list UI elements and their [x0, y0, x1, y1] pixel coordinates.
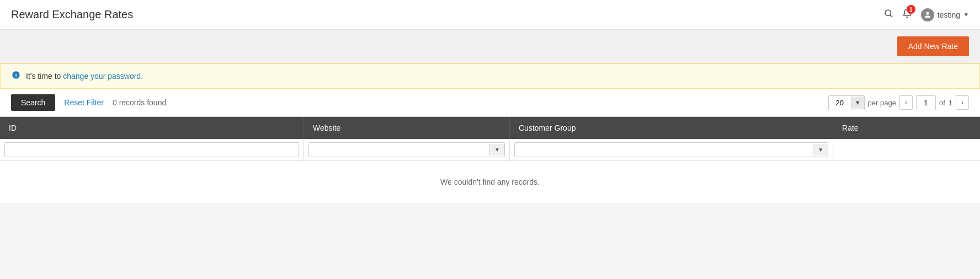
header-actions: 1 testing ▼ [883, 8, 969, 22]
notification-badge: 1 [907, 5, 915, 14]
filter-website-select[interactable] [309, 143, 489, 157]
user-menu[interactable]: testing ▼ [921, 8, 969, 22]
user-dropdown-icon: ▼ [963, 12, 969, 18]
col-customer-group: Customer Group [510, 117, 833, 139]
svg-line-1 [890, 15, 892, 17]
data-table: ID Website Customer Group Rate [0, 117, 980, 203]
current-page-input[interactable]: 1 [916, 95, 936, 110]
search-icon[interactable] [883, 8, 893, 21]
filter-id-input[interactable] [4, 142, 299, 157]
search-controls-bar: Search Reset Filter 0 records found 20 ▼… [0, 89, 980, 117]
search-button[interactable]: Search [11, 94, 55, 111]
empty-state-row: We couldn't find any records. [0, 161, 980, 203]
next-page-button[interactable]: › [956, 95, 969, 110]
reset-filter-button[interactable]: Reset Filter [64, 98, 104, 107]
filter-website-cell: ▼ [304, 139, 510, 161]
user-name: testing [938, 10, 960, 19]
user-avatar [921, 8, 934, 22]
per-page-dropdown-arrow[interactable]: ▼ [851, 96, 864, 109]
col-website: Website [304, 117, 510, 139]
prev-page-button[interactable]: ‹ [899, 95, 913, 110]
empty-state-message: We couldn't find any records. [0, 161, 980, 203]
alert-text: It's time to change your password. [26, 72, 143, 81]
per-page-label: per page [868, 99, 896, 107]
svg-point-2 [926, 12, 929, 14]
website-select-arrow[interactable]: ▼ [489, 144, 504, 155]
filter-website-select-wrapper: ▼ [308, 142, 505, 157]
filter-id-cell [0, 139, 304, 161]
svg-text:i: i [15, 72, 17, 78]
toolbar-bar: Add New Rate [0, 30, 980, 63]
change-password-link[interactable]: change your password. [63, 72, 143, 81]
alert-bar: i It's time to change your password. [0, 63, 980, 89]
filter-customer-group-cell: ▼ [510, 139, 833, 161]
of-label: of [939, 99, 945, 107]
header: Reward Exchange Rates 1 testing ▼ [0, 0, 980, 30]
customer-group-select-arrow[interactable]: ▼ [813, 144, 828, 155]
filter-rate-cell [833, 139, 980, 161]
add-new-rate-button[interactable]: Add New Rate [897, 36, 969, 56]
table-header-row: ID Website Customer Group Rate [0, 117, 980, 139]
col-id: ID [0, 117, 304, 139]
per-page-input[interactable]: 20 [829, 96, 851, 110]
total-pages: 1 [949, 99, 952, 107]
pagination-controls: 20 ▼ per page ‹ 1 of 1 › [828, 95, 969, 110]
filter-customer-group-wrapper: ▼ [514, 142, 828, 157]
filter-row: ▼ ▼ [0, 139, 980, 161]
col-rate: Rate [833, 117, 980, 139]
notification-icon[interactable]: 1 [902, 8, 912, 21]
info-icon: i [12, 71, 20, 82]
records-count: 0 [113, 98, 117, 107]
records-label: records found [119, 98, 167, 107]
filter-customer-group-select[interactable] [515, 143, 813, 157]
table-header: ID Website Customer Group Rate [0, 117, 980, 139]
page-title: Reward Exchange Rates [11, 8, 133, 21]
main-content: ID Website Customer Group Rate [0, 117, 980, 203]
table-body: ▼ ▼ We couldn't find any records. [0, 139, 980, 203]
records-found-text: 0 records found [113, 98, 819, 107]
per-page-select[interactable]: 20 ▼ [828, 95, 865, 110]
